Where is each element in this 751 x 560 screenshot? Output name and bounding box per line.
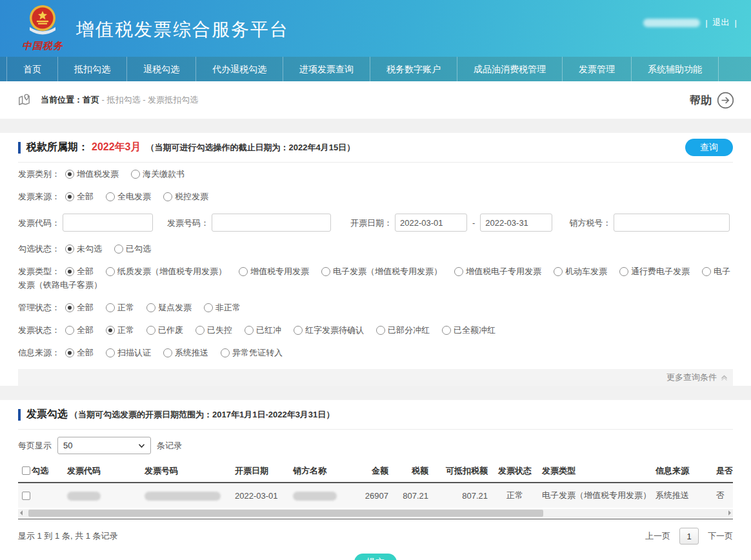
radio-option[interactable]: 红字发票待确认 <box>294 325 364 335</box>
radio-option[interactable]: 海关缴款书 <box>131 169 185 179</box>
radio-icon[interactable] <box>376 326 385 335</box>
nav-tab[interactable]: 税务数字账户 <box>370 57 457 81</box>
current-page[interactable]: 1 <box>679 528 699 545</box>
scroll-right-icon[interactable] <box>728 510 731 515</box>
radio-icon[interactable] <box>65 267 74 276</box>
radio-option[interactable]: 通行费电子发票 <box>619 266 690 276</box>
radio-icon[interactable] <box>106 303 115 312</box>
radio-icon[interactable] <box>65 245 74 254</box>
breadcrumb-label: 当前位置： <box>41 95 83 105</box>
radio-option[interactable]: 机动车发票 <box>554 266 607 276</box>
radio-option[interactable]: 全部 <box>65 325 94 335</box>
table-header-row: 勾选发票代码发票号码开票日期销方名称金额税额可抵扣税额发票状态发票类型信息来源是… <box>18 460 733 483</box>
query-button[interactable]: 查询 <box>685 139 733 156</box>
nav-tab[interactable]: 代办退税勾选 <box>196 57 283 81</box>
radio-option[interactable]: 全部 <box>65 192 94 201</box>
radio-option[interactable]: 未勾选 <box>65 244 102 254</box>
radio-icon[interactable] <box>65 348 74 357</box>
radio-icon[interactable] <box>195 326 205 335</box>
nav-tab[interactable]: 系统辅助功能 <box>632 57 719 81</box>
next-page-button[interactable]: 下一页 <box>708 530 733 542</box>
radio-icon[interactable] <box>245 326 254 335</box>
date-to-input[interactable] <box>480 214 552 232</box>
radio-icon[interactable] <box>442 326 451 335</box>
radio-option[interactable]: 异常凭证转入 <box>221 348 283 357</box>
nav-tab[interactable]: 抵扣勾选 <box>58 57 127 81</box>
pagination: 上一页 1 下一页 <box>645 528 733 545</box>
submit-button[interactable]: 提交 <box>354 554 397 560</box>
prev-page-button[interactable]: 上一页 <box>645 530 670 542</box>
arrow-right-circle-icon <box>717 92 734 109</box>
cell-date: 2022-03-01 <box>231 483 289 508</box>
radio-icon[interactable] <box>321 267 330 276</box>
horizontal-scrollbar[interactable] <box>18 509 733 517</box>
radio-option[interactable]: 非正常 <box>204 303 241 312</box>
radio-option[interactable]: 已部分冲红 <box>376 325 430 335</box>
radio-icon[interactable] <box>106 348 115 357</box>
scrollbar-thumb[interactable] <box>28 510 543 517</box>
radio-icon[interactable] <box>106 267 115 276</box>
radio-icon[interactable] <box>454 267 463 276</box>
more-criteria-label: 更多查询条件 <box>666 372 717 383</box>
radio-option[interactable]: 已全额冲红 <box>442 325 496 335</box>
radio-icon[interactable] <box>131 170 140 179</box>
invoice-table: 勾选发票代码发票号码开票日期销方名称金额税额可抵扣税额发票状态发票类型信息来源是… <box>18 460 733 508</box>
radio-option[interactable]: 增值税电子专用发票 <box>454 266 541 276</box>
radio-option[interactable]: 纸质发票（增值税专用发票） <box>106 266 226 276</box>
radio-option[interactable]: 系统推送 <box>163 348 208 357</box>
radio-label: 非正常 <box>215 303 241 312</box>
radio-option[interactable]: 全电发票 <box>106 192 151 201</box>
seller-tax-input[interactable] <box>614 214 730 232</box>
radio-option[interactable]: 全部 <box>65 266 94 276</box>
invoice-no-input[interactable] <box>212 214 331 232</box>
radio-icon[interactable] <box>163 348 172 357</box>
radio-icon[interactable] <box>204 303 213 312</box>
radio-option[interactable]: 已作废 <box>146 325 183 335</box>
logout-link[interactable]: 退出 <box>713 17 730 28</box>
nav-tab[interactable]: 退税勾选 <box>127 57 196 81</box>
radio-option[interactable]: 增值税发票 <box>65 169 119 179</box>
select-all-checkbox[interactable] <box>22 466 30 475</box>
radio-icon[interactable] <box>65 303 74 312</box>
radio-option[interactable]: 已失控 <box>195 325 232 335</box>
date-from-input[interactable] <box>395 214 467 232</box>
more-criteria-link[interactable]: 更多查询条件 <box>18 369 733 386</box>
radio-option[interactable]: 增值税专用发票 <box>239 266 309 276</box>
radio-icon[interactable] <box>221 348 230 357</box>
radio-icon[interactable] <box>106 326 115 335</box>
radio-icon[interactable] <box>163 192 172 201</box>
radio-icon[interactable] <box>702 267 711 276</box>
radio-option[interactable]: 电子发票（增值税专用发票） <box>321 266 442 276</box>
breadcrumb-home[interactable]: 首页 <box>83 95 99 105</box>
radio-option[interactable]: 正常 <box>106 325 134 335</box>
radio-option[interactable]: 已红冲 <box>245 325 281 335</box>
radio-option[interactable]: 疑点发票 <box>146 303 192 312</box>
invoice-code-input[interactable] <box>63 214 153 232</box>
radio-icon[interactable] <box>619 267 628 276</box>
nav-tab[interactable]: 发票管理 <box>563 57 632 81</box>
radio-option[interactable]: 全部 <box>65 303 94 312</box>
radio-icon[interactable] <box>294 326 303 335</box>
nav-tab[interactable]: 首页 <box>6 57 58 81</box>
radio-icon[interactable] <box>114 245 123 254</box>
radio-option[interactable]: 已勾选 <box>114 244 151 254</box>
radio-option[interactable]: 全部 <box>65 348 94 357</box>
page-size-select[interactable]: 50 <box>57 437 151 454</box>
nav-tab[interactable]: 成品油消费税管理 <box>457 57 563 81</box>
radio-icon[interactable] <box>65 326 74 335</box>
scroll-left-icon[interactable] <box>20 510 23 515</box>
radio-icon[interactable] <box>106 192 115 201</box>
radio-option[interactable]: 正常 <box>106 303 134 312</box>
radio-option[interactable]: 扫描认证 <box>106 348 151 357</box>
nav-tab[interactable]: 进项发票查询 <box>283 57 370 81</box>
filter-row: 勾选状态：未勾选已勾选 <box>18 237 733 260</box>
radio-icon[interactable] <box>554 267 563 276</box>
radio-icon[interactable] <box>146 326 155 335</box>
row-checkbox[interactable] <box>22 492 30 500</box>
radio-icon[interactable] <box>65 192 74 201</box>
radio-option[interactable]: 税控发票 <box>163 192 208 201</box>
radio-icon[interactable] <box>146 303 155 312</box>
radio-icon[interactable] <box>65 170 74 179</box>
help-button[interactable]: 帮助 <box>690 92 734 109</box>
radio-icon[interactable] <box>239 267 248 276</box>
